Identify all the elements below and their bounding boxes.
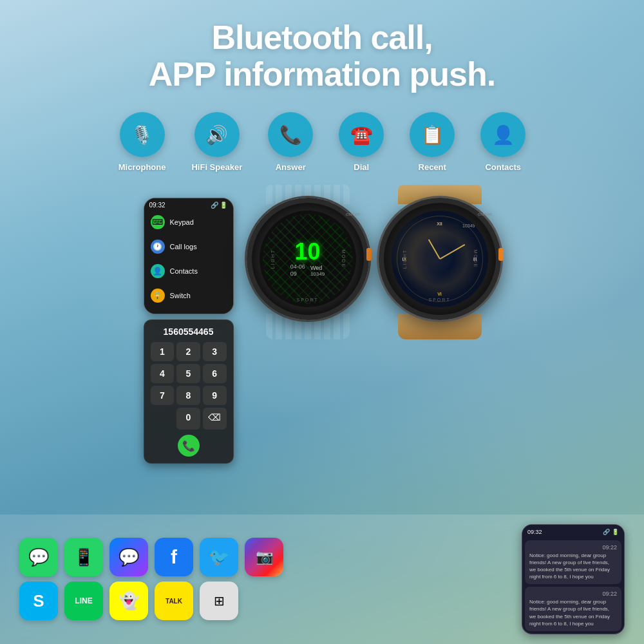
phone-ui: 09:32 🔗 🔋 ⌨ Keypad 🕐 Call logs 👤 Contact… — [144, 185, 234, 464]
call-button[interactable]: 📞 — [178, 435, 200, 457]
key-5[interactable]: 5 — [176, 364, 200, 383]
green-watch-time: 10 — [294, 240, 320, 263]
app-whatsapp[interactable]: 📱 — [64, 538, 103, 576]
menu-item-call-logs[interactable]: 🕐 Call logs — [147, 235, 231, 258]
key-9[interactable]: 9 — [203, 386, 227, 405]
menu-item-switch[interactable]: 🔒 Switch — [147, 284, 231, 307]
notif-1-time: 09:22 — [529, 544, 617, 551]
apps-row-1: 💬 📱 💬 f 🐦 📷 — [19, 538, 515, 576]
watch-menu-screen: 09:32 🔗 🔋 ⌨ Keypad 🕐 Call logs 👤 Contact… — [144, 198, 234, 314]
contacts-menu-label: Contacts — [170, 267, 198, 275]
notification-1: 09:22 Notice: good morning, dear group f… — [525, 540, 621, 585]
backspace-button[interactable]: ⌫ — [203, 408, 227, 430]
header: Bluetooth call, APP information push. — [0, 0, 644, 106]
brown-light-label: LIGHT — [402, 249, 406, 269]
apps-grid: 💬 📱 💬 f 🐦 📷 S LINE 👻 TALK ⊞ — [19, 538, 515, 620]
notif-time: 09:32 — [527, 529, 542, 535]
notif-icons: 🔗 🔋 — [603, 529, 619, 535]
title-line1: Bluetooth call, — [211, 19, 432, 56]
answer-icon: 📞 — [268, 112, 313, 157]
app-facebook[interactable]: f — [155, 538, 193, 576]
green-steps: 10349 — [310, 271, 325, 277]
speaker-label: HiFi Speaker — [191, 162, 242, 172]
watch-menu: ⌨ Keypad 🕐 Call logs 👤 Contacts 🔒 Switch — [144, 211, 233, 314]
menu-item-contacts[interactable]: 👤 Contacts — [147, 260, 231, 283]
brown-onoff-label: ON/OFF — [478, 213, 493, 217]
watches-container: 10 04-06 09 Wed 10349 SPORT MODE LIGHT — [247, 185, 501, 339]
key-3[interactable]: 3 — [203, 342, 227, 361]
dialpad: 1560554465 1 2 3 4 5 6 7 8 9 0 ⌫ 📞 — [144, 319, 234, 464]
key-8[interactable]: 8 — [176, 386, 200, 405]
brown-watch: XII III VI IX 10349 SPORT MODE LIGHT ON — [379, 185, 501, 339]
key-7[interactable]: 7 — [151, 386, 175, 405]
dialpad-number: 1560554465 — [151, 327, 227, 337]
empty-cell — [151, 408, 173, 430]
key-0[interactable]: 0 — [176, 408, 200, 430]
app-grid[interactable]: ⊞ — [200, 582, 238, 620]
watch-status-bar: 09:32 🔗 🔋 — [144, 198, 233, 211]
switch-icon: 🔒 — [151, 289, 165, 303]
green-watch-info: Wed 10349 — [310, 265, 325, 277]
app-messenger[interactable]: 💬 — [109, 538, 148, 576]
watch-time: 09:32 — [149, 202, 166, 209]
notif-status-bar: 09:32 🔗 🔋 — [522, 525, 624, 538]
brown-orange-button[interactable] — [498, 248, 504, 261]
app-line[interactable]: 💬 — [19, 538, 58, 576]
call-logs-icon: 🕐 — [151, 240, 165, 254]
answer-label: Answer — [276, 162, 306, 172]
microphone-icon: 🎙️ — [120, 112, 165, 157]
roman-vi: VI — [437, 292, 442, 296]
page-title: Bluetooth call, APP information push. — [13, 19, 631, 93]
brown-watch-face: XII III VI IX 10349 SPORT MODE LIGHT — [392, 211, 488, 307]
dial-label: Dial — [354, 162, 369, 172]
key-1[interactable]: 1 — [151, 342, 175, 361]
key-2[interactable]: 2 — [176, 342, 200, 361]
brown-onoff-text: ON/OFF — [478, 213, 493, 217]
green-date-day: 09 — [290, 270, 305, 278]
speaker-icon: 🔊 — [194, 112, 240, 157]
green-watch-case: 10 04-06 09 Wed 10349 SPORT MODE LIGHT — [247, 198, 369, 320]
microphone-label: Microphone — [118, 162, 166, 172]
feature-dial: ☎️ Dial — [339, 112, 384, 172]
green-orange-button[interactable] — [366, 248, 372, 261]
feature-microphone: 🎙️ Microphone — [118, 112, 166, 172]
contacts-label: Contacts — [485, 162, 521, 172]
app-skype[interactable]: S — [19, 582, 58, 620]
apps-row-2: S LINE 👻 TALK ⊞ — [19, 582, 515, 620]
roman-xii: XII — [437, 222, 442, 226]
green-day: Wed — [310, 265, 325, 271]
green-watch: 10 04-06 09 Wed 10349 SPORT MODE LIGHT — [247, 185, 369, 339]
brown-sport-label: SPORT — [429, 298, 451, 302]
key-6[interactable]: 6 — [203, 364, 227, 383]
main-content: 09:32 🔗 🔋 ⌨ Keypad 🕐 Call logs 👤 Contact… — [0, 182, 644, 467]
green-date-month: 04-06 — [290, 263, 305, 271]
key-4[interactable]: 4 — [151, 364, 175, 383]
green-light-label: LIGHT — [270, 249, 274, 269]
app-line2[interactable]: LINE — [64, 582, 103, 620]
notif-2-text: Notice: good morning, dear group friends… — [529, 598, 617, 627]
green-sport-label: SPORT — [297, 298, 319, 302]
app-instagram[interactable]: 📷 — [245, 538, 283, 576]
app-twitter[interactable]: 🐦 — [200, 538, 238, 576]
notif-2-time: 09:22 — [529, 591, 617, 597]
notif-1-text: Notice: good morning, dear group friends… — [529, 552, 617, 581]
feature-recent: 📋 Recent — [410, 112, 455, 172]
contacts-icon: 👤 — [480, 112, 526, 157]
dialpad-bottom: 0 ⌫ — [151, 408, 227, 430]
contacts-menu-icon: 👤 — [151, 264, 165, 278]
app-kakao[interactable]: TALK — [155, 582, 193, 620]
apps-section: 💬 📱 💬 f 🐦 📷 S LINE 👻 TALK ⊞ 09:32 🔗 🔋 09… — [0, 515, 644, 645]
green-watch-face: 10 04-06 09 Wed 10349 SPORT MODE LIGHT — [260, 211, 356, 307]
title-line2: APP information push. — [149, 55, 496, 93]
green-mode-label: MODE — [341, 250, 346, 269]
dialpad-grid: 1 2 3 4 5 6 7 8 9 — [151, 342, 227, 405]
recent-label: Recent — [419, 162, 446, 172]
dial-icon: ☎️ — [339, 112, 384, 157]
brown-steps-value: 10349 — [462, 223, 475, 228]
feature-hifi-speaker: 🔊 HiFi Speaker — [191, 112, 242, 172]
green-onoff-text: ON/OFF — [346, 213, 361, 217]
menu-item-keypad[interactable]: ⌨ Keypad — [147, 211, 231, 234]
keypad-icon: ⌨ — [151, 215, 165, 229]
app-snapchat[interactable]: 👻 — [109, 582, 148, 620]
feature-contacts: 👤 Contacts — [480, 112, 526, 172]
